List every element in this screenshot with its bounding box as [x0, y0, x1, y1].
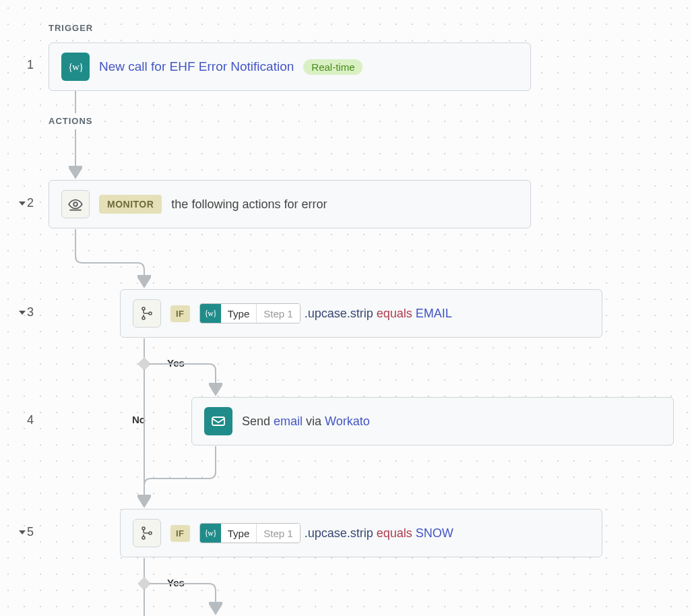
flow-connectors: [0, 0, 690, 616]
svg-rect-10: [137, 577, 151, 590]
svg-rect-9: [137, 357, 151, 371]
